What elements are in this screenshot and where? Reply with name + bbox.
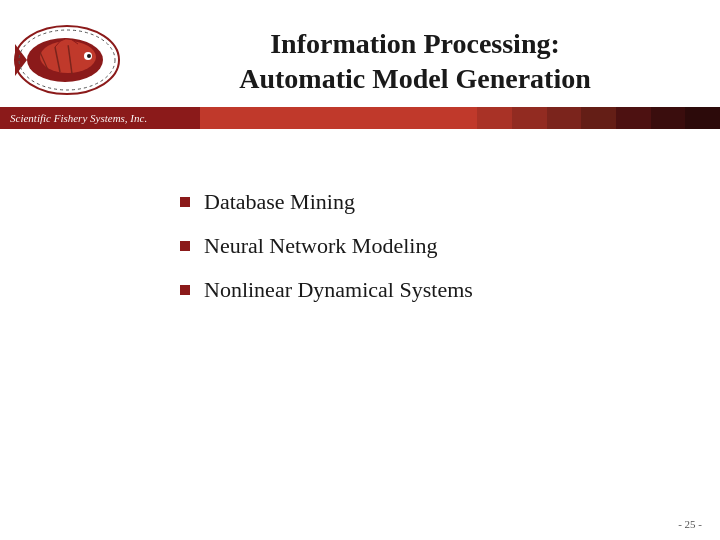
color-block: [339, 107, 374, 129]
color-block: [581, 107, 616, 129]
color-block: [651, 107, 686, 129]
bullet-icon: [180, 285, 190, 295]
slide: Information Processing: Automatic Model …: [0, 0, 720, 540]
color-block: [547, 107, 582, 129]
slide-title: Information Processing: Automatic Model …: [140, 26, 690, 96]
color-block: [200, 107, 235, 129]
color-block: [304, 107, 339, 129]
color-block: [477, 107, 512, 129]
page-number: - 25 -: [678, 518, 702, 530]
color-block: [373, 107, 408, 129]
color-block: [512, 107, 547, 129]
bullet-icon: [180, 197, 190, 207]
divider-bar: Scientific Fishery Systems, Inc.: [0, 107, 720, 129]
svg-marker-2: [15, 44, 27, 76]
bullet-list: Database MiningNeural Network ModelingNo…: [180, 189, 640, 303]
color-block: [235, 107, 270, 129]
list-item-label: Neural Network Modeling: [204, 233, 437, 259]
color-block: [408, 107, 443, 129]
bullet-icon: [180, 241, 190, 251]
color-block: [616, 107, 651, 129]
list-item: Neural Network Modeling: [180, 233, 640, 259]
list-item: Nonlinear Dynamical Systems: [180, 277, 640, 303]
company-label: Scientific Fishery Systems, Inc.: [0, 107, 200, 129]
logo-area: [10, 18, 140, 101]
title-area: Information Processing: Automatic Model …: [140, 18, 690, 96]
color-block: [685, 107, 720, 129]
company-logo: [10, 22, 125, 97]
svg-point-5: [87, 54, 91, 58]
content-area: Database MiningNeural Network ModelingNo…: [0, 129, 720, 341]
color-block: [443, 107, 478, 129]
color-block: [269, 107, 304, 129]
list-item: Database Mining: [180, 189, 640, 215]
list-item-label: Nonlinear Dynamical Systems: [204, 277, 473, 303]
header: Information Processing: Automatic Model …: [0, 0, 720, 101]
color-blocks: [200, 107, 720, 129]
list-item-label: Database Mining: [204, 189, 355, 215]
